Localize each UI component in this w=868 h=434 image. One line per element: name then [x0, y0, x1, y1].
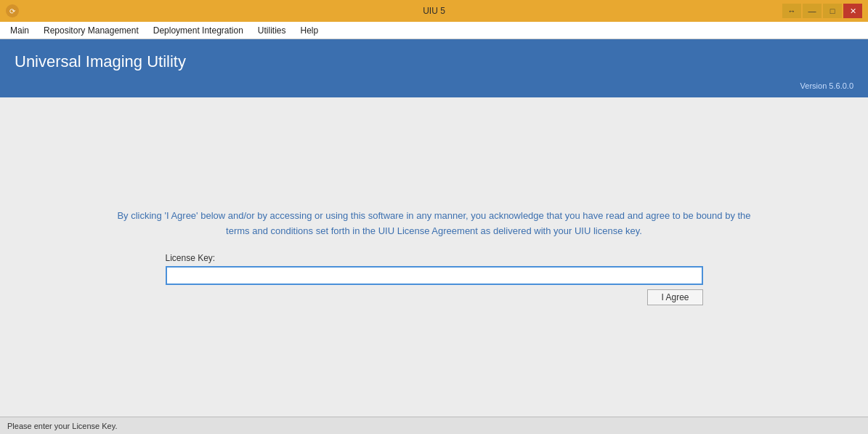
i-agree-button[interactable]: I Agree	[647, 289, 702, 305]
minimize-button[interactable]: —	[803, 4, 822, 18]
menu-item-utilities[interactable]: Utilities	[251, 22, 293, 39]
window-title: UIU 5	[423, 6, 445, 16]
menu-item-help[interactable]: Help	[293, 22, 326, 39]
agreement-text: By clicking 'I Agree' below and/or by ac…	[108, 209, 761, 239]
status-bar: Please enter your License Key.	[0, 417, 868, 434]
menu-item-main[interactable]: Main	[3, 22, 36, 39]
banner-title: Universal Imaging Utility	[15, 52, 186, 71]
main-content: By clicking 'I Agree' below and/or by ac…	[0, 97, 868, 417]
agree-btn-row: I Agree	[166, 289, 703, 305]
resize-button[interactable]: ↔	[782, 4, 801, 18]
license-key-input[interactable]	[166, 266, 703, 285]
form-area: License Key: I Agree	[166, 253, 703, 305]
menu-bar: Main Repository Management Deployment In…	[0, 22, 868, 39]
status-message: Please enter your License Key.	[7, 422, 117, 430]
maximize-button[interactable]: □	[823, 4, 842, 18]
title-bar-left: ⟳	[6, 4, 19, 17]
app-icon: ⟳	[6, 4, 19, 17]
banner-version: Version 5.6.0.0	[800, 81, 853, 90]
window-controls: ↔ — □ ✕	[782, 4, 862, 18]
header-banner: Universal Imaging Utility Version 5.6.0.…	[0, 39, 868, 97]
menu-item-repository[interactable]: Repository Management	[36, 22, 146, 39]
menu-item-deployment[interactable]: Deployment Integration	[146, 22, 251, 39]
license-key-label: License Key:	[166, 253, 703, 263]
title-bar: ⟳ UIU 5 ↔ — □ ✕	[0, 0, 868, 22]
close-button[interactable]: ✕	[843, 4, 862, 18]
